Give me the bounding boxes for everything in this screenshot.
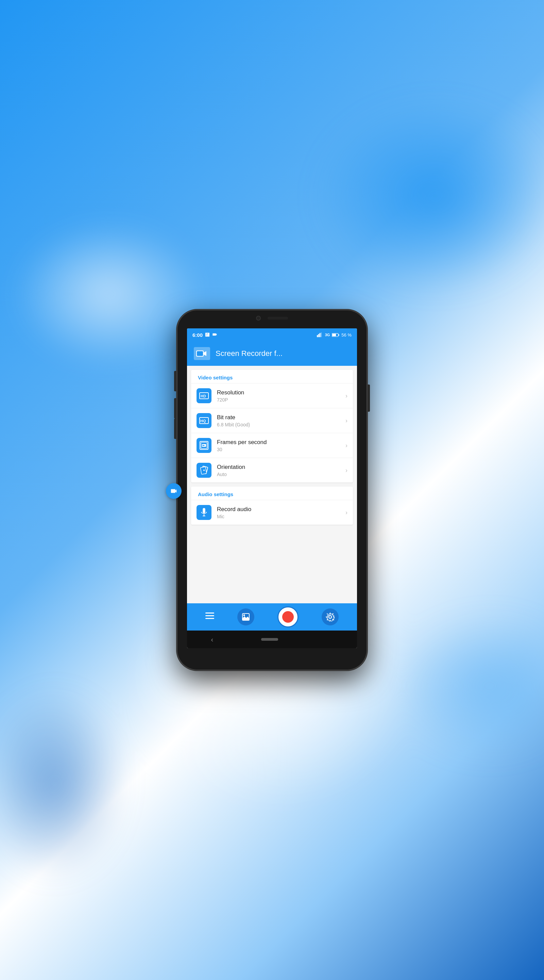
svg-rect-0	[317, 335, 318, 337]
app-header-icon	[194, 347, 210, 360]
record-audio-subtitle: Mic	[217, 514, 343, 519]
nav-bar: ‹	[187, 630, 357, 648]
fps-item[interactable]: Frames per second 30 ›	[191, 433, 353, 458]
resolution-item[interactable]: HD Resolution 720P ›	[191, 383, 353, 408]
main-content: Video settings HD Resolution 720P ›	[187, 366, 357, 603]
menu-button[interactable]	[205, 612, 214, 621]
svg-text:HD: HD	[201, 394, 206, 398]
status-left: 6:00 🅿	[192, 332, 217, 338]
svg-rect-8	[197, 351, 203, 356]
resolution-text: Resolution 720P	[217, 389, 343, 402]
parking-icon: 🅿	[205, 332, 209, 337]
bitrate-subtitle: 6.8 Mbit (Good)	[217, 422, 343, 427]
resolution-chevron: ›	[346, 392, 347, 399]
svg-marker-28	[243, 616, 249, 620]
bitrate-chevron: ›	[346, 417, 347, 424]
status-right: 3G 56 %	[317, 332, 352, 337]
app-header: Screen Recorder f...	[187, 341, 357, 366]
audio-settings-card: Audio settings Record audio Mic	[191, 487, 353, 525]
video-cam-svg	[170, 487, 178, 495]
resolution-subtitle: 720P	[217, 397, 343, 402]
back-button[interactable]: ‹	[211, 636, 214, 643]
svg-rect-2	[319, 333, 320, 337]
recorder-icon-svg	[196, 349, 208, 358]
svg-rect-6	[333, 334, 336, 336]
home-button[interactable]	[261, 638, 278, 641]
hq-icon-bitrate: HQ	[199, 417, 209, 424]
bitrate-title: Bit rate	[217, 414, 343, 421]
status-bar: 6:00 🅿 3G	[187, 328, 357, 341]
record-audio-chevron: ›	[346, 509, 347, 516]
bitrate-item[interactable]: HQ Bit rate 6.8 Mbit (Good) ›	[191, 408, 353, 433]
gallery-icon	[242, 613, 250, 621]
battery-percentage: 56 %	[341, 332, 352, 337]
svg-rect-32	[330, 612, 330, 614]
bitrate-text: Bit rate 6.8 Mbit (Good)	[217, 414, 343, 427]
phone-device: 6:00 🅿 3G	[177, 310, 367, 670]
fps-text: Frames per second 30	[217, 439, 343, 452]
audio-section-title: Audio settings	[191, 487, 353, 500]
app-title: Screen Recorder f...	[216, 349, 282, 358]
orientation-item[interactable]: Orientation Auto ›	[191, 458, 353, 482]
svg-point-20	[203, 469, 205, 471]
record-audio-text: Record audio Mic	[217, 506, 343, 519]
settings-button[interactable]	[322, 608, 339, 625]
orientation-icon-svg	[199, 466, 209, 475]
orientation-subtitle: Auto	[217, 472, 343, 477]
network-type: 3G	[325, 333, 330, 337]
orientation-icon	[197, 463, 211, 478]
orientation-text: Orientation Auto	[217, 463, 343, 477]
gallery-button[interactable]	[237, 608, 254, 625]
svg-rect-35	[333, 617, 335, 617]
svg-rect-36	[327, 613, 328, 615]
record-audio-icon	[197, 505, 211, 520]
hq-icon-resolution: HD	[199, 392, 209, 399]
record-audio-title: Record audio	[217, 506, 343, 513]
resolution-title: Resolution	[217, 389, 343, 396]
phone-top-area	[238, 316, 306, 321]
svg-point-29	[243, 614, 245, 616]
svg-rect-26	[205, 618, 214, 619]
floating-camera-icon[interactable]	[166, 483, 182, 499]
svg-text:HQ: HQ	[200, 419, 206, 423]
microphone-icon-svg	[200, 508, 208, 517]
phone-screen: 6:00 🅿 3G	[187, 328, 357, 648]
orientation-chevron: ›	[346, 467, 347, 474]
svg-rect-34	[326, 617, 327, 617]
signal-icon	[317, 332, 323, 337]
svg-rect-24	[205, 612, 214, 614]
bottom-bar	[187, 603, 357, 630]
svg-rect-21	[203, 508, 205, 513]
fps-chevron: ›	[346, 442, 347, 449]
record-dot	[282, 611, 294, 623]
svg-marker-9	[204, 351, 206, 356]
fps-title: Frames per second	[217, 439, 343, 446]
svg-rect-25	[205, 615, 214, 616]
battery-icon	[332, 333, 339, 337]
resolution-icon: HD	[197, 388, 211, 403]
speaker-grille	[268, 317, 288, 320]
svg-rect-1	[318, 334, 319, 337]
video-status-icon	[212, 332, 217, 337]
video-section-title: Video settings	[191, 370, 353, 383]
fps-icon	[197, 438, 211, 453]
record-audio-item[interactable]: Record audio Mic ›	[191, 500, 353, 525]
svg-rect-5	[339, 334, 339, 336]
record-button[interactable]	[278, 606, 298, 627]
status-time: 6:00	[192, 332, 203, 338]
bitrate-icon: HQ	[197, 413, 211, 428]
svg-rect-3	[320, 332, 322, 337]
front-camera	[256, 316, 261, 321]
settings-gear-icon	[326, 612, 335, 621]
orientation-title: Orientation	[217, 463, 343, 471]
fps-icon-svg	[199, 441, 209, 450]
video-settings-card: Video settings HD Resolution 720P ›	[191, 370, 353, 482]
svg-rect-33	[330, 620, 330, 621]
fps-subtitle: 30	[217, 447, 343, 452]
